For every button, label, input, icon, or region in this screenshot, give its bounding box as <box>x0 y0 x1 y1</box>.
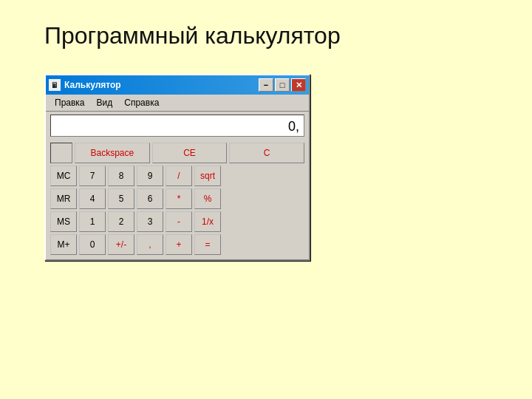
page-title: Программный калькулятор <box>44 22 341 50</box>
6-button[interactable]: 6 <box>137 188 163 209</box>
multiply-button[interactable]: * <box>166 188 192 209</box>
c-button[interactable]: C <box>229 143 304 163</box>
ms-button[interactable]: MS <box>50 211 77 232</box>
menu-edit[interactable]: Правка <box>49 96 91 109</box>
calculator-window: 🖩 Калькулятор − □ ✕ Правка Вид Справка 0… <box>44 74 310 261</box>
row-0: M+ 0 +/- , + = <box>50 234 304 255</box>
menu-bar: Правка Вид Справка <box>46 95 309 112</box>
row-1: MS 1 2 3 - 1/x <box>50 211 304 232</box>
dot-button[interactable]: , <box>137 234 163 255</box>
mplus-button[interactable]: M+ <box>50 234 77 255</box>
calculator-icon: 🖩 <box>49 79 61 91</box>
row-backspace: Backspace CE C <box>50 143 304 163</box>
mc-button[interactable]: MC <box>50 166 77 186</box>
7-button[interactable]: 7 <box>79 166 106 186</box>
menu-help[interactable]: Справка <box>118 96 165 109</box>
title-bar-buttons: − □ ✕ <box>259 78 306 92</box>
backspace-button[interactable]: Backspace <box>75 143 150 163</box>
subtract-button[interactable]: - <box>166 211 192 232</box>
title-bar-left: 🖩 Калькулятор <box>49 79 121 91</box>
percent-button[interactable]: % <box>194 188 221 209</box>
divide-button[interactable]: / <box>166 166 192 186</box>
window-title: Калькулятор <box>64 80 121 90</box>
row-4: MR 4 5 6 * % <box>50 188 304 209</box>
mr-button[interactable]: MR <box>50 188 77 209</box>
minimize-button[interactable]: − <box>259 78 273 92</box>
1-button[interactable]: 1 <box>79 211 106 232</box>
equals-button[interactable]: = <box>194 234 221 255</box>
restore-button[interactable]: □ <box>275 78 290 92</box>
5-button[interactable]: 5 <box>108 188 134 209</box>
8-button[interactable]: 8 <box>108 166 134 186</box>
title-bar: 🖩 Калькулятор − □ ✕ <box>46 75 309 95</box>
sqrt-button[interactable]: sqrt <box>194 166 221 186</box>
4-button[interactable]: 4 <box>79 188 106 209</box>
inverse-button[interactable]: 1/x <box>194 211 221 232</box>
display: 0, <box>50 115 304 137</box>
9-button[interactable]: 9 <box>137 166 163 186</box>
menu-view[interactable]: Вид <box>91 96 119 109</box>
memory-display <box>50 143 72 163</box>
row-7: MC 7 8 9 / sqrt <box>50 166 304 186</box>
0-button[interactable]: 0 <box>79 234 106 255</box>
close-button[interactable]: ✕ <box>291 78 306 92</box>
buttons-area: Backspace CE C MC 7 8 9 / sqrt MR 4 5 6 … <box>46 140 309 259</box>
3-button[interactable]: 3 <box>137 211 163 232</box>
ce-button[interactable]: CE <box>152 143 228 163</box>
2-button[interactable]: 2 <box>108 211 134 232</box>
sign-button[interactable]: +/- <box>108 234 134 255</box>
display-area: 0, <box>46 112 309 140</box>
add-button[interactable]: + <box>166 234 192 255</box>
